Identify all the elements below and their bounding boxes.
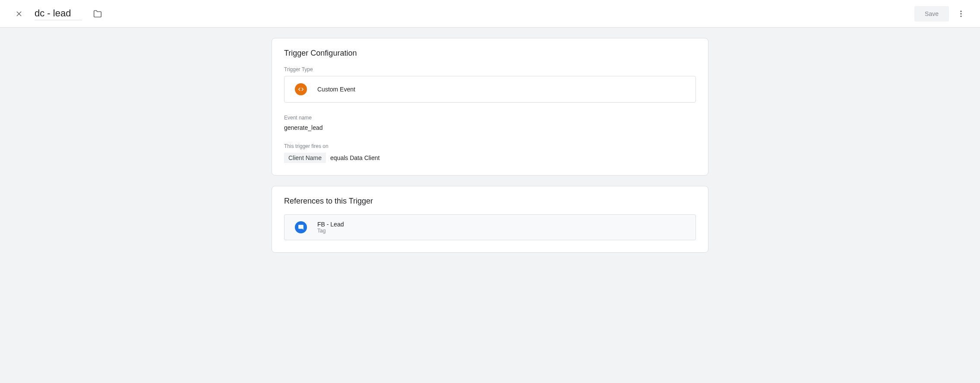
- folder-icon: [93, 9, 102, 18]
- more-menu-button[interactable]: [952, 5, 970, 22]
- header-actions: Save: [914, 5, 970, 22]
- trigger-type-name: Custom Event: [317, 86, 355, 93]
- header-bar: Save: [0, 0, 980, 28]
- trigger-config-card: Trigger Configuration Trigger Type Custo…: [272, 38, 708, 176]
- references-card: References to this Trigger FB - Lead Tag: [272, 186, 708, 253]
- main-content: Trigger Configuration Trigger Type Custo…: [272, 38, 708, 253]
- trigger-name-input[interactable]: [35, 7, 82, 20]
- reference-text: FB - Lead Tag: [317, 221, 344, 234]
- reference-type: Tag: [317, 228, 344, 234]
- condition-variable-chip: Client Name: [284, 153, 326, 163]
- reference-item[interactable]: FB - Lead Tag: [284, 214, 696, 240]
- tag-icon: [295, 221, 307, 233]
- save-button[interactable]: Save: [914, 6, 949, 22]
- custom-event-icon: [295, 83, 307, 95]
- close-icon: [15, 9, 23, 18]
- reference-name: FB - Lead: [317, 221, 344, 228]
- kebab-icon: [957, 9, 965, 18]
- event-name-value: generate_lead: [284, 124, 696, 131]
- svg-point-3: [960, 13, 961, 14]
- references-title: References to this Trigger: [284, 197, 696, 206]
- trigger-type-label: Trigger Type: [284, 66, 696, 72]
- fires-on-condition: Client Name equals Data Client: [284, 153, 696, 163]
- event-name-label: Event name: [284, 115, 696, 121]
- svg-point-4: [960, 16, 961, 17]
- fires-on-label: This trigger fires on: [284, 143, 696, 149]
- trigger-config-title: Trigger Configuration: [284, 49, 696, 58]
- close-button[interactable]: [10, 5, 28, 22]
- folder-button[interactable]: [89, 5, 106, 22]
- svg-point-2: [960, 10, 961, 12]
- condition-text: equals Data Client: [330, 154, 379, 161]
- trigger-type-selector[interactable]: Custom Event: [284, 76, 696, 103]
